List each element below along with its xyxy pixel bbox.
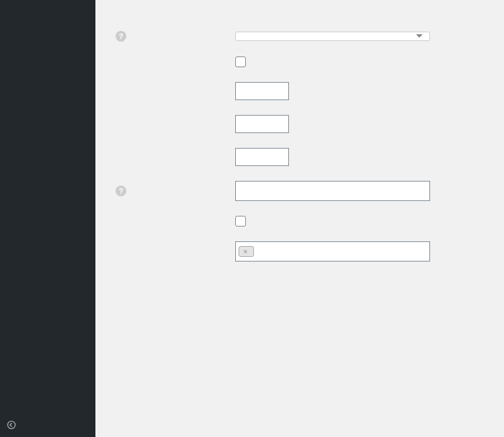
svg-point-0 xyxy=(7,421,15,428)
title-input[interactable] xyxy=(235,181,430,201)
display-categories-checkbox[interactable] xyxy=(235,56,246,67)
collapse-icon xyxy=(7,420,16,432)
image-zoom-checkbox[interactable] xyxy=(235,216,246,227)
regular-per-page-input[interactable] xyxy=(235,82,289,100)
keywords-tag[interactable]: × xyxy=(239,246,254,257)
featured-per-page-input[interactable] xyxy=(235,115,289,133)
remove-tag-icon[interactable]: × xyxy=(243,247,247,255)
related-per-page-input[interactable] xyxy=(235,148,289,166)
collapse-menu[interactable] xyxy=(0,415,95,437)
listings-page-select[interactable] xyxy=(235,32,430,41)
admin-sidebar xyxy=(0,0,95,437)
title-label: ? xyxy=(108,186,235,196)
main-content: ? ? xyxy=(95,0,504,437)
help-icon[interactable]: ? xyxy=(116,31,126,42)
listings-page-label: ? xyxy=(108,31,235,42)
help-icon[interactable]: ? xyxy=(116,186,126,196)
default-fields-input[interactable]: × xyxy=(235,241,430,262)
